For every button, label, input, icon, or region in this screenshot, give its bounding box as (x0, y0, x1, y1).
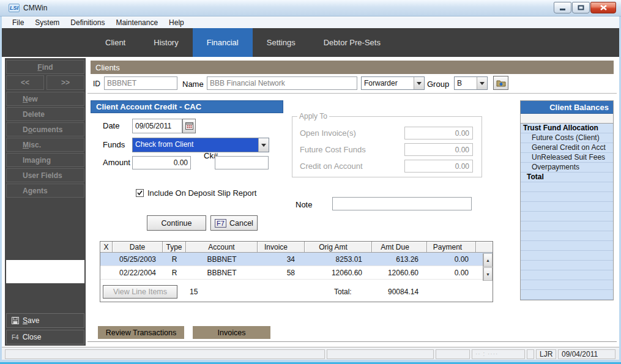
client-name-input[interactable] (207, 76, 357, 90)
amount-input[interactable] (132, 156, 191, 169)
invoices-button[interactable]: Invoices (193, 326, 270, 339)
balance-row-empty (521, 202, 613, 212)
close-button[interactable] (590, 2, 616, 13)
apply-to-legend: Apply To (297, 112, 329, 121)
cancel-button[interactable]: F7 Cancel (210, 215, 258, 231)
funds-dropdown-button[interactable] (258, 138, 269, 152)
column-header-orig-amt[interactable]: Orig Amt (305, 242, 372, 253)
section-divider (87, 341, 617, 342)
group-select[interactable]: B (454, 76, 488, 90)
scroll-down-icon[interactable]: ▼ (483, 267, 493, 281)
sidebar-item-new[interactable]: New (6, 92, 84, 106)
balance-row-empty (521, 261, 613, 270)
tab-client[interactable]: Client (91, 28, 139, 57)
sidebar-item-agents[interactable]: Agents (6, 184, 84, 198)
sidebar-item-imaging[interactable]: Imaging (6, 153, 84, 167)
window-controls (554, 2, 616, 13)
apply-to-input-open-invoice-s[interactable] (404, 127, 473, 139)
balance-row-total[interactable]: Total (521, 173, 613, 182)
invoice-count: 15 (190, 288, 198, 296)
apply-to-row-credit-on-account: Credit on Account (300, 160, 473, 173)
status-segment-5: LJR (536, 349, 556, 359)
table-row[interactable]: 05/25/2003RBBBNET348253.01613.260.00 (100, 253, 493, 266)
clients-header: Clients (91, 61, 614, 74)
apply-to-group: Apply To Open Invoice(s)Future Cost Fund… (292, 116, 482, 177)
group-value: B (455, 77, 477, 89)
menu-item-help[interactable]: Help (163, 18, 190, 28)
title-bar: LSI CMWin (0, 0, 621, 17)
app-icon: LSI (9, 4, 20, 12)
balance-row-unreleased-suit-fees[interactable]: UnReleased Suit Fees (521, 153, 613, 163)
client-balances-header: Client Balances (521, 101, 613, 114)
tab-debtor-pre-sets[interactable]: Debtor Pre-Sets (310, 28, 395, 57)
sidebar-item-find[interactable]: Find (6, 60, 84, 74)
client-balances-panel: Client Balances Trust Fund AllocationFut… (520, 100, 614, 300)
cell-account: BBBNET (186, 269, 258, 277)
forwarder-select[interactable]: Forwarder (361, 76, 425, 90)
apply-to-input-credit-on-account[interactable] (404, 160, 473, 173)
window-title: CMWin (23, 4, 47, 12)
save-button[interactable]: Save (6, 313, 84, 328)
balance-row-overpayments[interactable]: Overpayments (521, 163, 613, 173)
tab-settings[interactable]: Settings (253, 28, 310, 57)
cell-amt-due: 12060.60 (372, 269, 427, 277)
group-dropdown-button[interactable] (477, 77, 487, 89)
column-header-amt-due[interactable]: Amt Due (372, 242, 427, 253)
group-label: Group (427, 80, 449, 89)
chevron-down-icon (417, 82, 422, 87)
note-input[interactable] (332, 197, 472, 210)
date-field (132, 119, 196, 133)
save-button-label: Save (23, 316, 39, 325)
review-transactions-button[interactable]: Review Transactions (98, 326, 184, 339)
menu-bar: FileSystemDefinitionsMaintenanceHelp (2, 17, 619, 28)
menu-item-file[interactable]: File (7, 18, 29, 28)
table-row[interactable]: 02/22/2004RBBBNET5812060.6012060.600.00 (100, 266, 493, 280)
cell-payment: 0.00 (427, 269, 476, 277)
cancel-fkey: F7 (215, 219, 226, 228)
column-header-date[interactable]: Date (113, 242, 163, 253)
column-header-type[interactable]: Type (163, 242, 186, 253)
menu-item-maintenance[interactable]: Maintenance (110, 18, 163, 28)
next-record-button[interactable]: >> (46, 75, 84, 90)
column-header-payment[interactable]: Payment (427, 242, 476, 253)
minimize-button[interactable] (554, 2, 571, 13)
workspace: Client Account Credit - CAC Date Funds C… (87, 93, 617, 306)
column-header-account[interactable]: Account (186, 242, 258, 253)
sidebar-item-documents[interactable]: Documents (6, 122, 84, 136)
sidebar-item-delete[interactable]: Delete (6, 107, 84, 121)
balance-row-trust-fund-allocation[interactable]: Trust Fund Allocation (521, 124, 613, 133)
maximize-button[interactable] (572, 2, 590, 13)
client-id-input[interactable] (104, 76, 177, 90)
funds-select[interactable]: Check from Client (132, 138, 269, 152)
invoice-table-scrollbar[interactable]: ▲ ▼ (483, 253, 493, 281)
menu-item-system[interactable]: System (29, 18, 65, 28)
calendar-button[interactable] (182, 119, 196, 133)
column-header-x[interactable]: X (100, 242, 113, 253)
apply-to-input-future-cost-funds[interactable] (404, 143, 473, 156)
total-label: Total: (334, 288, 352, 296)
add-group-button[interactable] (493, 76, 508, 90)
column-header-invoice[interactable]: Invoice (258, 242, 305, 253)
status-segment-3: ·· : ···· (472, 349, 525, 359)
amount-label: Amount (103, 158, 130, 167)
balance-row-empty (521, 241, 613, 251)
sidebar-item-misc[interactable]: Misc. (6, 138, 84, 152)
scroll-up-icon[interactable]: ▲ (483, 253, 493, 267)
date-input[interactable] (132, 119, 182, 133)
tab-financial[interactable]: Financial (193, 28, 253, 57)
view-line-items-button[interactable]: View Line Items (103, 285, 177, 299)
check-number-input[interactable] (215, 156, 269, 169)
tab-history[interactable]: History (139, 28, 192, 57)
close-form-button[interactable]: F4 Close (6, 330, 84, 344)
apply-to-label: Open Invoice(s) (300, 128, 356, 138)
sidebar-spacer (6, 260, 84, 283)
forwarder-dropdown-button[interactable] (414, 77, 424, 89)
previous-record-button[interactable]: << (6, 75, 44, 90)
balance-row-general-credit-on-acct[interactable]: General Credit on Acct (521, 143, 613, 153)
menu-item-definitions[interactable]: Definitions (65, 18, 110, 28)
continue-button[interactable]: Continue (147, 215, 206, 231)
balance-row-empty (521, 221, 613, 231)
deposit-slip-checkbox[interactable] (136, 189, 144, 197)
balance-row-future-costs-client[interactable]: Future Costs (Client) (521, 133, 613, 143)
sidebar-item-user-fields[interactable]: User Fields (6, 168, 84, 182)
